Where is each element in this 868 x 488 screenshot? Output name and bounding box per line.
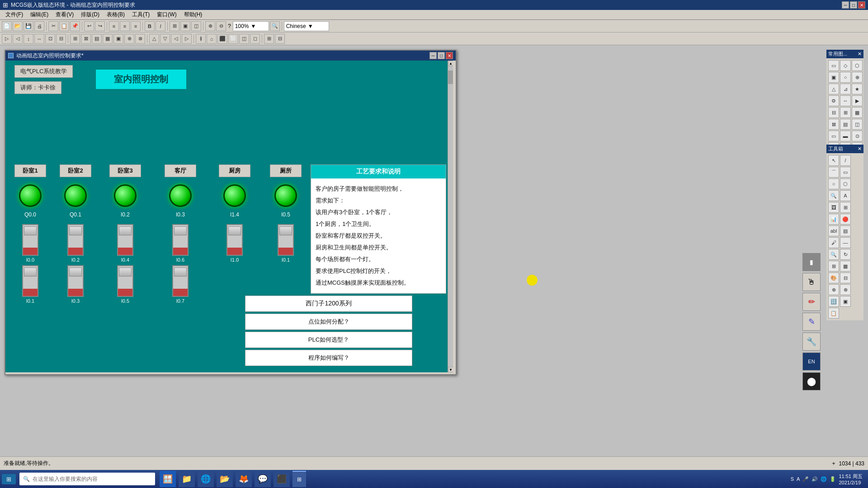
ct-btn-11[interactable]: ↔ [840, 95, 851, 106]
cut-btn[interactable]: ✂ [48, 21, 58, 31]
side-btn-cursor[interactable]: ▮ [802, 253, 821, 271]
taskbar-app-5[interactable]: 🦊 [236, 471, 252, 487]
tb2-btn3[interactable]: ↕ [24, 34, 33, 44]
ct-btn-15[interactable]: ▦ [852, 107, 863, 118]
tb-item-24[interactable]: 🔢 [828, 296, 839, 307]
tb2-btn22[interactable]: ◫ [239, 34, 249, 44]
copy-btn[interactable]: 📋 [59, 21, 69, 31]
speaker-icon[interactable]: 🔊 [811, 476, 818, 482]
side-btn-mouse[interactable]: 🖱 [802, 273, 821, 291]
inner-close-btn[interactable]: ✕ [446, 52, 453, 59]
taskbar-app-4[interactable]: 📂 [217, 471, 233, 487]
side-btn-pencil[interactable]: ✏ [802, 293, 821, 311]
tb-item-14[interactable]: 🖋 [828, 237, 839, 248]
scroll-up-btn[interactable]: ▲ [448, 61, 453, 66]
ct-btn-13[interactable]: ⊟ [828, 107, 839, 118]
tb-text-icon[interactable]: A [840, 190, 851, 201]
side-btn-tools[interactable]: 🔧 [802, 333, 821, 351]
menu-view[interactable]: 查看(V) [52, 10, 77, 19]
ungroup-btn[interactable]: ◫ [191, 21, 201, 31]
ct-btn-16[interactable]: ⊠ [828, 119, 839, 130]
room-3-switch-1[interactable]: I0.4 [117, 224, 133, 263]
tb2-btn1[interactable]: ▷ [2, 34, 12, 44]
close-btn[interactable]: ✕ [858, 1, 865, 9]
align-center-btn[interactable]: ≡ [120, 21, 130, 31]
inner-minimize-btn[interactable]: ─ [429, 52, 437, 59]
ime-icon[interactable]: S [791, 476, 794, 482]
tb2-btn24[interactable]: ⊞ [264, 34, 274, 44]
taskbar-app-7[interactable]: ⬛ [274, 471, 290, 487]
tb-item-23[interactable]: ⊗ [840, 284, 851, 295]
tb2-btn25[interactable]: ⊟ [275, 34, 285, 44]
lang-icon[interactable]: A [797, 476, 800, 482]
question-1-btn[interactable]: 点位如何分配？ [245, 314, 412, 330]
ct-btn-14[interactable]: ⊞ [840, 107, 851, 118]
ct-btn-4[interactable]: ▣ [828, 72, 839, 83]
paste-btn[interactable]: 📌 [70, 21, 80, 31]
tb-item-4[interactable]: ▭ [840, 167, 851, 178]
ct-btn-7[interactable]: △ [828, 84, 839, 94]
group-btn[interactable]: ▣ [180, 21, 190, 31]
ct-btn-8[interactable]: ⊿ [840, 84, 851, 94]
taskbar-app-2[interactable]: 📁 [179, 471, 195, 487]
ct-btn-21[interactable]: ⊙ [852, 131, 863, 141]
side-btn-marker[interactable]: ✎ [802, 313, 821, 331]
tb2-btn7[interactable]: ⊞ [70, 34, 80, 44]
tb2-btn5[interactable]: ⊡ [45, 34, 55, 44]
zoom-out-btn[interactable]: ⊖ [216, 21, 226, 31]
toolbox-close[interactable]: ✕ [858, 146, 862, 152]
mic-icon[interactable]: 🎤 [802, 476, 809, 482]
tb2-btn18[interactable]: ≬ [196, 34, 206, 44]
tb-item-25[interactable]: ▣ [840, 296, 851, 307]
tb2-btn16[interactable]: ◁ [171, 34, 181, 44]
tb-item-11[interactable]: 🔴 [840, 214, 851, 225]
menu-layout[interactable]: 排版(D) [77, 10, 103, 19]
taskbar-app-3[interactable]: 🌐 [198, 471, 214, 487]
tb2-btn14[interactable]: △ [149, 34, 159, 44]
tb2-btn2[interactable]: ◁ [13, 34, 23, 44]
language-dropdown[interactable]: Chinese ▼ [284, 21, 329, 31]
question-2-btn[interactable]: PLC如何选型？ [245, 332, 412, 348]
inner-maximize-btn[interactable]: □ [438, 52, 445, 59]
battery-icon[interactable]: 🔋 [830, 476, 836, 482]
scroll-bar-right[interactable]: ▲ ▼ [448, 61, 453, 372]
ct-btn-3[interactable]: ⬡ [852, 60, 863, 71]
ct-btn-5[interactable]: ○ [840, 72, 851, 83]
taskbar-app-6[interactable]: 💬 [255, 471, 271, 487]
open-btn[interactable]: 📂 [13, 21, 23, 31]
tb2-btn20[interactable]: ⬛ [217, 34, 227, 44]
ct-btn-17[interactable]: ▤ [840, 119, 851, 130]
tb2-btn10[interactable]: ▦ [103, 34, 113, 44]
grid-btn[interactable]: ⊞ [170, 21, 179, 31]
menu-table[interactable]: 表格(B) [103, 10, 128, 19]
ct-btn-1[interactable]: ▭ [828, 60, 839, 71]
ct-btn-18[interactable]: ◫ [852, 119, 863, 130]
tb-item-26[interactable]: 📋 [828, 308, 839, 319]
tb2-btn12[interactable]: ⊕ [124, 34, 134, 44]
tb2-btn15[interactable]: ▽ [160, 34, 170, 44]
menu-window[interactable]: 窗口(W) [153, 10, 180, 19]
bold-btn[interactable]: B [145, 21, 155, 31]
room-1-led[interactable] [19, 184, 42, 207]
redo-btn[interactable]: ↪ [95, 21, 105, 31]
tb-item-17[interactable]: ↻ [840, 249, 851, 260]
tb-item-5[interactable]: ○ [828, 178, 839, 189]
ct-btn-12[interactable]: ▶ [852, 95, 863, 106]
room-5-led[interactable] [223, 184, 246, 207]
menu-edit[interactable]: 编辑(E) [27, 10, 52, 19]
tb2-btn8[interactable]: ⊠ [81, 34, 91, 44]
room-3-led[interactable] [114, 184, 137, 207]
menu-help[interactable]: 帮助(H) [180, 10, 206, 19]
room-6-switch-1[interactable]: I0.1 [278, 224, 294, 263]
tb-item-9[interactable]: ⊞ [840, 202, 851, 213]
zoom-icon-btn[interactable]: 🔍 [270, 21, 280, 31]
taskbar-active-app[interactable]: ⊞ [292, 471, 306, 487]
network-icon[interactable]: 🌐 [821, 476, 827, 482]
tb-item-18[interactable]: ⊞ [828, 261, 839, 272]
align-left-btn[interactable]: ≡ [109, 21, 119, 31]
tb-item-20[interactable]: 🎨 [828, 272, 839, 283]
ct-btn-6[interactable]: ⊕ [852, 72, 863, 83]
new-btn[interactable]: 📄 [2, 21, 12, 31]
tb-img-icon[interactable]: 🖼 [828, 202, 839, 213]
ct-btn-10[interactable]: ⚙ [828, 95, 839, 106]
